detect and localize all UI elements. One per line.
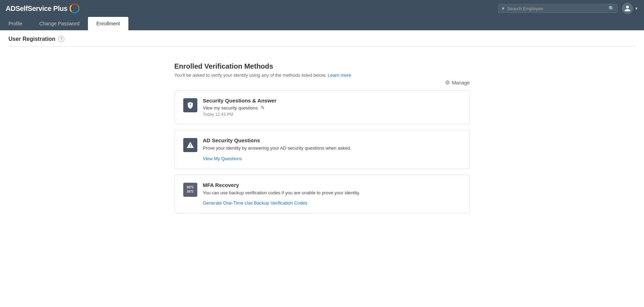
avatar-dropdown-icon[interactable]: ▼ [635,6,638,11]
section-title: Enrolled Verification Methods [174,62,470,70]
security-qa-action: View my security questions ✎ [203,105,461,111]
logo-text: ADSelfService Plus [6,5,68,13]
nav-tabs: Profile Change Password Enrollment [0,17,644,30]
mfa-recovery-title: MFA Recovery [203,182,461,188]
learn-more-link[interactable]: Learn more [328,73,351,78]
security-qa-timestamp: Today 12:43 PM [203,112,461,117]
search-box[interactable]: ▼ 🔍 [498,4,618,13]
ad-security-body: AD Security Questions Prove your identit… [203,137,461,162]
help-icon[interactable]: ? [58,36,64,42]
search-icon[interactable]: 🔍 [608,6,614,11]
logo-circle-icon [70,4,79,13]
gear-icon: ⚙ [445,79,450,86]
manage-button[interactable]: ⚙ Manage [445,79,470,86]
main-section: Enrolled Verification Methods You'll be … [174,55,470,226]
tab-profile[interactable]: Profile [0,17,31,30]
search-dropdown[interactable]: ▼ [501,6,505,11]
view-my-questions-link[interactable]: View My Questions [203,156,242,161]
edit-icon[interactable]: ✎ [261,105,265,111]
generate-codes-link[interactable]: Generate One-Time Use Backup Verificatio… [203,200,307,206]
security-qa-icon [183,98,197,112]
tab-enrollment[interactable]: Enrollment [88,17,128,30]
card-header: 9873 3873 MFA Recovery You can use backu… [183,182,461,206]
manage-label: Manage [452,80,470,86]
ad-security-title: AD Security Questions [203,137,461,143]
header-right: ▼ 🔍 ▼ [498,3,638,14]
ad-security-card: AD Security Questions Prove your identit… [174,130,470,169]
mfa-recovery-card: 9873 3873 MFA Recovery You can use backu… [174,175,470,214]
dropdown-arrow-icon: ▼ [501,6,505,11]
avatar[interactable] [622,3,633,14]
page-content: User Registration ? Enrolled Verificatio… [0,30,644,307]
card-header: Security Questions & Answer View my secu… [183,98,461,117]
page-title: User Registration [8,36,55,42]
view-security-questions-text: View my security questions [203,105,258,111]
search-input[interactable] [507,6,606,11]
mfa-recovery-body: MFA Recovery You can use backup verifica… [203,182,461,206]
ad-security-desc: Prove your identity by answering your AD… [203,145,461,152]
tab-change-password[interactable]: Change Password [31,17,88,30]
security-qa-body: Security Questions & Answer View my secu… [203,98,461,117]
card-header: AD Security Questions Prove your identit… [183,137,461,162]
page-header: User Registration ? [8,36,636,47]
manage-row: ⚙ Manage [174,79,470,86]
ad-security-icon [183,138,197,152]
app-logo: ADSelfService Plus [6,4,79,13]
mfa-recovery-desc: You can use backup verification codes if… [203,189,461,196]
section-subtitle: You'll be asked to verify your identity … [174,73,470,78]
security-qa-card: Security Questions & Answer View my secu… [174,90,470,124]
security-qa-title: Security Questions & Answer [203,98,461,104]
mfa-recovery-icon: 9873 3873 [183,183,197,197]
app-header: ADSelfService Plus ▼ 🔍 ▼ [0,0,644,17]
